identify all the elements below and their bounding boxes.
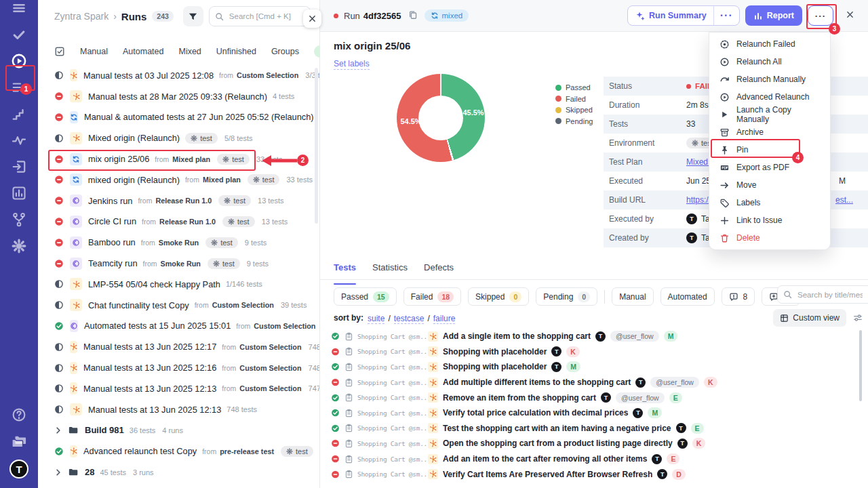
menu-item-relaunch-all[interactable]: Relaunch All [709, 53, 830, 70]
tests-search[interactable] [777, 285, 868, 304]
test-row-add-a-single-item-to-the-shopping-cart[interactable]: Shopping Cart @sm... Add a single item t… [331, 329, 868, 344]
runs-search[interactable] [209, 6, 311, 26]
test-row-add-multiple-different-items-to-the-shoppi[interactable]: Shopping Cart @sm... Add multiple differ… [331, 375, 868, 390]
tests-scrollbar[interactable] [859, 330, 862, 401]
run-summary-more-button[interactable]: ··· [714, 9, 739, 22]
breadcrumb-app[interactable]: Zyntra Spark [54, 11, 108, 22]
sidebar-button-analytics[interactable] [11, 132, 27, 148]
run-row-mixed-origin-relaunch[interactable]: mixed origin (Relaunch) from Mixed plan … [38, 169, 319, 190]
run-row-mix-origin-25-06[interactable]: mix origin 25/06 from Mixed plan test 33… [38, 148, 319, 169]
test-row-test-the-shopping-cart-with-an-item-having[interactable]: Shopping Cart @sm... Test the shopping c… [331, 421, 868, 436]
select-all-icon[interactable] [54, 46, 65, 57]
runs-tab-mixed[interactable]: Mixed [178, 47, 201, 56]
run-row-circle-ci-run[interactable]: Circle CI run from Release Run 1.0 test … [38, 211, 319, 232]
filter-button-automated[interactable]: Automated [660, 287, 715, 306]
runs-tab-groups[interactable]: Groups [271, 47, 299, 56]
runs-search-input[interactable] [228, 12, 302, 21]
test-row-verify-total-price-calculation-with-decima[interactable]: Shopping Cart @sm... Verify total price … [331, 405, 868, 421]
test-row-verify-cart-items-are-preserved-after-brow[interactable]: Shopping Cart @sm... Verify Cart Items A… [331, 466, 868, 482]
run-row-bamboo-run[interactable]: Bamboo run from Smoke Run test 9 tests [38, 232, 319, 253]
sidebar-bottom-button-help[interactable] [11, 407, 27, 423]
run-row-automated-tests-at-15-jun-2025-15-01[interactable]: Automated tests at 15 Jun 2025 15:01 fro… [38, 316, 319, 337]
run-row-mixed-origin-relaunch[interactable]: Mixed origin (Relaunch) test 5/8 tests [38, 127, 319, 148]
menu-item-archive[interactable]: Archive [709, 123, 830, 141]
filter-funnel-button[interactable] [183, 6, 203, 26]
sidebar-button-runs[interactable] [11, 53, 27, 69]
menu-item-move[interactable]: Move [709, 176, 830, 194]
sidebar-bottom-button-projects[interactable] [11, 433, 27, 449]
test-row-open-the-shopping-cart-from-a-product-list[interactable]: Shopping Cart @sm... Open the shopping c… [331, 436, 868, 451]
sidebar-button-branches[interactable] [11, 211, 27, 228]
runs-tab-automated[interactable]: Automated [123, 47, 163, 56]
run-close-button[interactable] [842, 9, 859, 22]
menu-item-pin[interactable]: Pin [709, 141, 830, 159]
runs-panel-close-button[interactable] [303, 9, 321, 28]
run-row-manual-tests-at-13-jun-2025-12-13[interactable]: Manual tests at 13 Jun 2025 12:13 748 te… [38, 399, 319, 420]
run-row-advanced-relaunch-test-copy[interactable]: Advanced relaunch test Copy from pre-rel… [38, 441, 319, 462]
sidebar-button-pulls[interactable] [11, 159, 27, 175]
test-tag[interactable]: @user_flow [616, 392, 665, 403]
menu-item-delete[interactable]: Delete [709, 229, 830, 247]
runs-tab-unfinished[interactable]: Unfinished [216, 47, 256, 56]
run-row-teamcity-run[interactable]: Teamcity run from Smoke Run test 9 tests [38, 253, 319, 274]
test-row-shopping-with-placeholder[interactable]: Shopping Cart @sm... Shopping with place… [331, 359, 868, 375]
filter-button-failed[interactable]: Failed 18 [403, 287, 461, 306]
automated-icon [72, 197, 80, 205]
run-row-manual-tests-at-28-mar-2025-09-33-relaunch[interactable]: Manual tests at 28 Mar 2025 09:33 (Relau… [38, 86, 319, 107]
test-tag[interactable]: @user_flow [610, 331, 659, 342]
detail-link[interactable]: https:// [686, 195, 711, 205]
tests-search-input[interactable] [796, 290, 864, 300]
sort-link[interactable]: failure [433, 314, 456, 324]
menu-item-labels[interactable]: Labels [709, 194, 830, 211]
tab-defects[interactable]: Defects [424, 262, 454, 279]
more-actions-button[interactable]: ··· [808, 5, 833, 26]
menu-item-link-to-issue[interactable]: Link to Issue [709, 211, 830, 229]
sliders-icon[interactable] [853, 313, 863, 323]
mixed-badge[interactable]: mixed [425, 9, 469, 22]
sort-link[interactable]: suite [368, 314, 384, 324]
user-avatar[interactable]: T [9, 460, 28, 479]
copy-run-id-button[interactable] [407, 9, 419, 23]
set-labels-link[interactable]: Set labels [334, 59, 370, 70]
menu-item-relaunch-manually[interactable]: Relaunch Manually [709, 70, 830, 88]
run-row-manual-tests-at-13-jun-2025-12-16[interactable]: Manual tests at 13 Jun 2025 12:16 from C… [38, 357, 319, 378]
sidebar-button-reports[interactable] [11, 185, 27, 201]
filter-button-pending[interactable]: Pending 0 [536, 287, 597, 306]
run-row-manual-tests-at-13-jun-2025-12-13[interactable]: Manual tests at 13 Jun 2025 12:13 from C… [38, 378, 319, 399]
run-row-manual-automated-tests-at-27-jun-2025-05-5[interactable]: Manual & automated tests at 27 Jun 2025 … [38, 107, 319, 128]
tab-statistics[interactable]: Statistics [372, 262, 408, 279]
test-tag[interactable]: @user_flow [650, 377, 699, 388]
menu-item-advanced-relaunch[interactable]: Advanced Relaunch [709, 88, 830, 106]
filter-button[interactable] [604, 290, 605, 304]
sidebar-button-steps[interactable] [11, 106, 27, 122]
sidebar-button-plans[interactable] [11, 79, 27, 96]
test-row-shopping-with-placeholder[interactable]: Shopping Cart @sm... Shopping with place… [331, 344, 868, 360]
menu-item-relaunch-failed[interactable]: Relaunch Failed [709, 35, 830, 53]
menu-item-export-as-pdf[interactable]: Export as PDF [709, 159, 830, 176]
filter-button-passed[interactable]: Passed 15 [334, 287, 397, 306]
runs-scrollbar[interactable] [315, 68, 318, 224]
tab-tests[interactable]: Tests [334, 262, 356, 279]
report-button[interactable]: Report [745, 5, 802, 26]
menu-item-launch-a-copy-manually[interactable]: Launch a Copy Manually [709, 106, 830, 123]
run-row-jenkins-run[interactable]: Jenkins run from Release Run 1.0 test 13… [38, 190, 319, 211]
env-filter-badge[interactable]: test [314, 45, 320, 58]
sidebar-button-tests[interactable] [11, 26, 27, 43]
sort-link[interactable]: testcase [394, 314, 425, 324]
sidebar-button-menu[interactable] [11, 0, 27, 16]
runs-tab-manual[interactable]: Manual [80, 47, 108, 56]
filter-button-skipped[interactable]: Skipped 0 [468, 287, 529, 306]
test-row-add-an-item-to-the-cart-after-removing-all[interactable]: Shopping Cart @sm... Add an item to the … [331, 451, 868, 467]
custom-view-button[interactable]: Custom view [773, 309, 846, 327]
run-row-manual-tests-at-13-jun-2025-12-17[interactable]: Manual tests at 13 Jun 2025 12:17 from C… [38, 336, 319, 357]
run-row-manual-tests-at-03-jul-2025-12-08[interactable]: Manual tests at 03 Jul 2025 12:08 from C… [38, 65, 319, 86]
filter-button[interactable]: 8 [722, 287, 755, 306]
run-row-chat-functinality-test-copy[interactable]: Chat functinality test Copy from Custom … [38, 295, 319, 316]
run-row-28[interactable]: 28 45 tests 3 runs [38, 462, 319, 483]
test-row-remove-an-item-from-the-shopping-cart[interactable]: Shopping Cart @sm... Remove an item from… [331, 390, 868, 405]
run-summary-button[interactable]: Run Summary ··· [627, 5, 740, 26]
run-row-build-981[interactable]: Build 981 36 tests 4 runs [38, 420, 319, 441]
filter-button-manual[interactable]: Manual [612, 287, 653, 306]
sidebar-button-settings[interactable] [11, 238, 27, 254]
run-row-lmp-554-05-04-check-happy-path[interactable]: LMP-554 05/04 check Happy Path 1/146 tes… [38, 274, 319, 295]
